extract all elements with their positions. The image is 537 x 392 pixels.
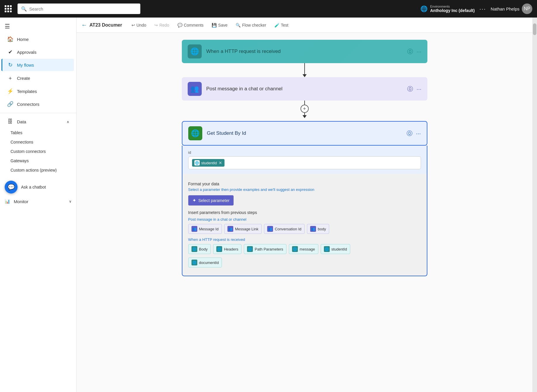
back-button[interactable]: ← <box>81 22 87 28</box>
search-input[interactable] <box>29 6 137 11</box>
save-icon: 💾 <box>212 23 217 27</box>
chip-body[interactable]: 👥 body <box>307 224 329 234</box>
sidebar-sub-tables[interactable]: Tables <box>0 128 76 137</box>
student-more-icon[interactable]: ··· <box>416 130 421 137</box>
teams-chip-icon-4: 👥 <box>310 226 316 232</box>
sidebar-item-templates[interactable]: ⚡ Templates <box>2 85 74 97</box>
chip-message-link[interactable]: 👥 Message Link <box>224 224 262 234</box>
http-node-actions: ⓪ ··· <box>407 48 422 56</box>
environment-info[interactable]: 🌐 Environments Anthology Inc (default) <box>420 5 474 13</box>
undo-button[interactable]: ↩ Undo <box>128 21 150 29</box>
sidebar-sub-custom-actions[interactable]: Custom actions (preview) <box>0 165 76 175</box>
student-node[interactable]: 🌐 Get Student By Id ⓪ ··· id 🌐 <box>182 121 427 276</box>
sidebar-sub-connections[interactable]: Connections <box>0 137 76 147</box>
main-layout: ☰ 🏠 Home ✔ Approvals ↻ My flows ＋ Create… <box>0 18 537 392</box>
http-chips-row: 🌐 Body 🌐 Headers 🌐 Path Parameters <box>188 244 421 254</box>
chip-conversation-id-label: Conversation Id <box>275 227 301 231</box>
chip-headers-label: Headers <box>224 247 238 251</box>
insert-params-title: Insert parameters from previous steps <box>188 210 421 215</box>
sidebar-item-approvals[interactable]: ✔ Approvals <box>2 46 74 58</box>
sidebar-label-approvals: Approvals <box>17 50 37 55</box>
http-chip-icon-6: 🌐 <box>191 260 197 265</box>
sidebar-label-create: Create <box>17 76 30 81</box>
env-text-block: Environments Anthology Inc (default) <box>430 5 474 13</box>
format-title: Format your data <box>188 182 421 186</box>
sidebar-item-monitor[interactable]: 📊 Monitor ∨ <box>0 196 76 207</box>
monitor-label: Monitor <box>14 199 28 204</box>
flow-checker-label: Flow checker <box>242 23 266 27</box>
connections-label: Connections <box>11 140 33 144</box>
sidebar-item-data[interactable]: 🗄 Data ∧ <box>2 116 74 128</box>
add-step-button[interactable]: + <box>301 105 309 113</box>
custom-actions-label: Custom actions (preview) <box>11 168 57 172</box>
arrow-head-2 <box>303 115 307 118</box>
chip-student-id-label: studentId <box>331 247 347 251</box>
teams-chip-icon-2: 👥 <box>227 226 233 232</box>
sidebar-item-home[interactable]: 🏠 Home <box>2 33 74 45</box>
sidebar-item-my-flows[interactable]: ↻ My flows <box>1 59 74 71</box>
select-param-icon: ✦ <box>192 198 196 203</box>
save-button[interactable]: 💾 Save <box>208 21 231 29</box>
sidebar-item-connectors[interactable]: 🔗 Connectors <box>2 98 74 110</box>
sidebar-item-create[interactable]: ＋ Create <box>2 72 74 84</box>
arrow-line-bottom <box>304 113 305 115</box>
flow-checker-icon: 🔍 <box>236 23 241 27</box>
http-chip-icon-4: 🌐 <box>292 246 298 252</box>
data-icon: 🗄 <box>7 119 13 125</box>
teams-node[interactable]: 👥 Post message in a chat or channel ⓪ ··… <box>182 77 427 101</box>
more-options-button[interactable]: ··· <box>479 6 486 12</box>
http-node-header[interactable]: 🌐 When a HTTP request is received ⓪ ··· <box>182 40 427 63</box>
chip-headers[interactable]: 🌐 Headers <box>213 244 241 254</box>
sidebar-sub-gateways[interactable]: Gateways <box>0 156 76 165</box>
chip-body-http[interactable]: 🌐 Body <box>188 244 211 254</box>
student-id-chip[interactable]: 🌐 studentId ✕ <box>192 159 225 167</box>
http-more-icon[interactable]: ··· <box>417 48 422 55</box>
chip-message-http[interactable]: 🌐 message <box>289 244 318 254</box>
app-grid-icon[interactable] <box>5 5 12 12</box>
student-help-icon[interactable]: ⓪ <box>407 129 412 137</box>
user-profile[interactable]: Nathan Phelps NP <box>491 4 532 14</box>
sidebar-divider <box>0 113 76 113</box>
http-trigger-node[interactable]: 🌐 When a HTTP request is received ⓪ ··· <box>182 40 427 63</box>
http-node-icon: 🌐 <box>188 44 202 58</box>
user-name: Nathan Phelps <box>491 6 519 11</box>
teams-more-icon[interactable]: ··· <box>417 86 422 92</box>
select-parameter-button[interactable]: ✦ Select parameter <box>188 195 234 206</box>
comments-label: Comments <box>184 23 204 27</box>
chip-path-params[interactable]: 🌐 Path Parameters <box>244 244 286 254</box>
caret-up-icon <box>302 176 307 179</box>
sidebar-toggle[interactable]: ☰ <box>0 20 76 33</box>
test-button[interactable]: 🧪 Test <box>271 21 292 29</box>
chip-student-id[interactable]: 🌐 studentId <box>321 244 350 254</box>
comments-button[interactable]: 💬 Comments <box>174 21 207 29</box>
flows-icon: ↻ <box>7 62 13 68</box>
chatbot-button[interactable]: 💬 <box>5 181 18 194</box>
teams-node-header[interactable]: 👥 Post message in a chat or channel ⓪ ··… <box>182 77 427 101</box>
sidebar-label-home: Home <box>17 37 29 42</box>
chip-conversation-id[interactable]: 👥 Conversation Id <box>264 224 305 234</box>
teams-node-title: Post message in a chat or channel <box>206 86 403 92</box>
nav-right-section: 🌐 Environments Anthology Inc (default) ·… <box>420 4 532 14</box>
sidebar-sub-custom-connectors[interactable]: Custom connectors <box>0 147 76 156</box>
chip-close-button[interactable]: ✕ <box>219 160 222 165</box>
search-bar[interactable]: 🔍 <box>18 4 140 14</box>
sidebar-label-connectors: Connectors <box>17 102 39 107</box>
canvas-scrollbar[interactable] <box>532 18 537 392</box>
redo-button[interactable]: ↪ Redo <box>151 21 172 29</box>
custom-connectors-label: Custom connectors <box>11 149 46 154</box>
arrow-line-top <box>304 101 305 105</box>
home-icon: 🏠 <box>7 36 13 42</box>
field-id-input[interactable]: 🌐 studentId ✕ <box>188 156 421 169</box>
gateways-label: Gateways <box>11 158 29 163</box>
flow-checker-button[interactable]: 🔍 Flow checker <box>232 21 270 29</box>
chip-body-label: body <box>318 227 326 231</box>
chip-path-params-label: Path Parameters <box>255 247 283 251</box>
top-navigation: 🔍 🌐 Environments Anthology Inc (default)… <box>0 0 537 18</box>
comments-icon: 💬 <box>177 23 182 27</box>
chip-document-id[interactable]: 🌐 documentId <box>188 258 222 267</box>
student-node-header[interactable]: 🌐 Get Student By Id ⓪ ··· <box>182 121 427 146</box>
http-help-icon[interactable]: ⓪ <box>407 48 413 56</box>
teams-node-actions: ⓪ ··· <box>407 85 422 93</box>
chip-message-id[interactable]: 👥 Message Id <box>188 224 222 234</box>
teams-help-icon[interactable]: ⓪ <box>407 85 413 93</box>
